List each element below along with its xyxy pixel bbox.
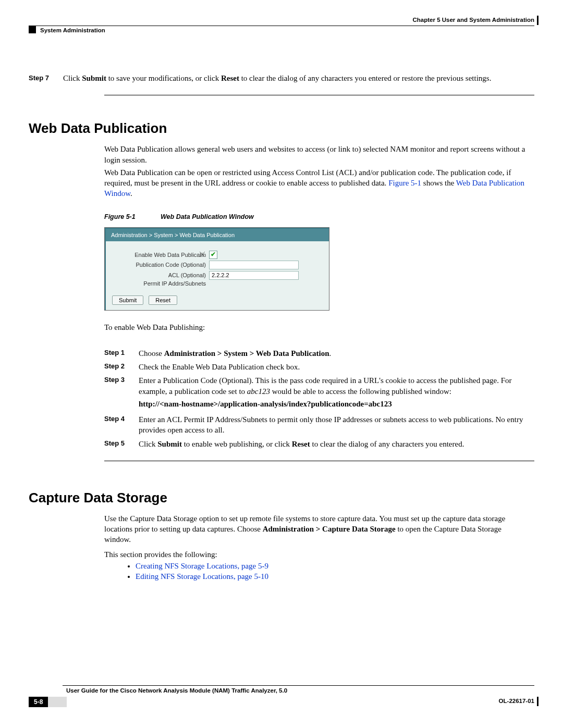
link-editing-nfs[interactable]: Editing NFS Storage Locations, page 5-10: [136, 572, 268, 581]
cds-heading: Capture Data Storage: [29, 490, 534, 506]
step7-label: Step 7: [29, 73, 63, 83]
submit-button[interactable]: Submit: [112, 295, 143, 305]
acl-label: ACL (Optional): [112, 272, 209, 278]
pubcode-label: Publication Code (Optional): [112, 262, 209, 268]
step1-label: Step 1: [104, 348, 139, 359]
pubcode-input[interactable]: [209, 261, 299, 269]
permit-ip-input[interactable]: [209, 271, 299, 280]
permit-label: Permit IP Addrs/Subnets: [112, 280, 209, 287]
reset-button[interactable]: Reset: [149, 295, 177, 305]
header-section: System Administration: [40, 27, 105, 33]
cds-p1: Use the Capture Data Storage option to s…: [104, 513, 529, 545]
doc-number: OL-22617-01: [499, 698, 534, 704]
wdp-heading: Web Data Publication: [29, 120, 534, 137]
step4-text: Enter an ACL Permit IP Address/Subnets t…: [139, 414, 534, 436]
step3-text: Enter a Publication Code (Optional). Thi…: [139, 375, 534, 411]
page-number: 5-8: [29, 697, 67, 707]
header-marker: [29, 26, 36, 33]
step5-text: Click Submit to enable web publishing, o…: [139, 439, 464, 449]
enable-label: Enable Web Data Publicatin: [112, 252, 209, 258]
header-chapter: Chapter 5 User and System Administration: [413, 17, 534, 23]
figure-caption: Figure 5-1Web Data Publication Window: [104, 212, 534, 221]
shot-breadcrumb: Administration > System > Web Data Publi…: [106, 229, 329, 241]
divider: [104, 95, 534, 95]
step3-label: Step 3: [104, 375, 139, 411]
wdp-p2: Web Data Publication can be open or rest…: [104, 167, 529, 199]
step1-text: Choose Administration > System > Web Dat…: [139, 348, 331, 359]
wdp-screenshot: Administration > System > Web Data Publi…: [104, 227, 329, 311]
step2-label: Step 2: [104, 362, 139, 372]
link-creating-nfs[interactable]: Creating NFS Storage Locations, page 5-9: [136, 562, 268, 570]
wdp-p1: Web Data Publication allows general web …: [104, 144, 529, 165]
divider: [104, 461, 534, 461]
step4-label: Step 4: [104, 414, 139, 436]
enable-intro: To enable Web Data Publishing:: [104, 322, 529, 332]
enable-checkbox[interactable]: ✔: [209, 251, 217, 259]
step2-text: Check the Enable Web Data Publication ch…: [139, 362, 300, 372]
figure-link[interactable]: Figure 5-1: [388, 179, 421, 187]
footer-title: User Guide for the Cisco Network Analysi…: [66, 687, 534, 694]
cds-p2: This section provides the following:: [104, 549, 529, 560]
example-url: http://<nam-hostname>/application-analys…: [139, 399, 534, 409]
step7-text: Click Submit to save your modifications,…: [63, 73, 534, 83]
step5-label: Step 5: [104, 439, 139, 449]
